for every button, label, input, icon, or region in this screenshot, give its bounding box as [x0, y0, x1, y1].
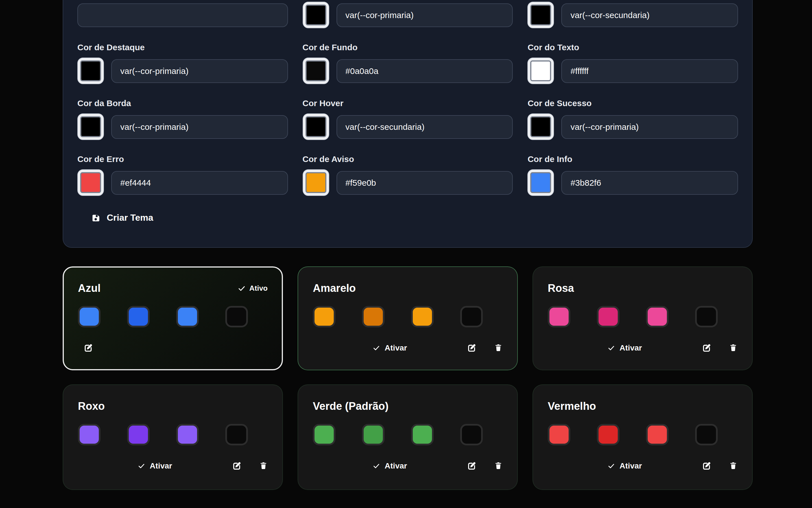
color-picker-swatch[interactable] — [302, 169, 329, 196]
activate-theme-button[interactable]: Ativar — [548, 461, 702, 470]
field-label: Cor de Aviso — [302, 155, 513, 164]
create-theme-button[interactable]: Criar Tema — [91, 213, 153, 223]
theme-card-verde-padrao[interactable]: Verde (Padrão) Ativar — [297, 384, 518, 490]
theme-color-swatch-fundo — [225, 424, 248, 446]
field-label: Cor Hover — [302, 99, 513, 108]
trash-icon — [729, 461, 737, 470]
theme-color-swatch-primaria — [78, 424, 100, 446]
color-value-input[interactable] — [336, 115, 513, 138]
color-picker-fill — [530, 4, 552, 26]
theme-card-vermelho[interactable]: Vermelho Ativar — [532, 384, 753, 490]
delete-theme-button[interactable] — [729, 343, 737, 352]
color-picker-swatch[interactable] — [302, 2, 329, 28]
check-icon — [373, 344, 380, 351]
field-row — [528, 57, 738, 84]
color-value-input[interactable] — [562, 171, 738, 195]
color-value-input[interactable] — [336, 59, 513, 83]
color-value-input[interactable] — [562, 115, 738, 138]
color-value-input[interactable] — [111, 59, 288, 83]
color-picker-fill — [305, 4, 326, 26]
delete-theme-button[interactable] — [494, 343, 502, 352]
color-field: Cor da Borda — [77, 84, 288, 140]
color-picker-swatch[interactable] — [528, 114, 554, 140]
theme-card-amarelo[interactable]: Amarelo Ativar — [297, 266, 518, 370]
card-header: Verde (Padrão) — [313, 399, 502, 413]
color-value-input[interactable] — [111, 115, 288, 138]
color-field: Cor de Erro — [77, 140, 288, 196]
color-value-input[interactable] — [336, 171, 513, 195]
check-icon — [373, 462, 380, 469]
field-label: Cor da Borda — [77, 99, 288, 108]
color-picker-swatch[interactable] — [302, 114, 329, 140]
color-picker-swatch[interactable] — [77, 57, 104, 84]
edit-icon — [467, 461, 477, 470]
theme-card-roxo[interactable]: Roxo Ativar — [63, 384, 283, 490]
color-picker-swatch[interactable] — [77, 169, 104, 196]
field-label: Cor de Info — [528, 155, 738, 164]
color-picker-swatch[interactable] — [528, 2, 554, 28]
edit-icon — [702, 343, 712, 352]
color-picker-swatch[interactable] — [528, 169, 554, 196]
color-field: Cor do Texto — [528, 28, 738, 84]
card-footer: Ativar — [313, 460, 502, 471]
color-picker-fill — [305, 116, 326, 137]
color-picker-fill — [80, 60, 101, 81]
theme-settings-page: Cor de Destaque Cor de Fundo Cor do Text… — [0, 0, 812, 508]
color-picker-fill — [80, 116, 101, 137]
theme-name-input[interactable] — [77, 3, 288, 27]
theme-title: Amarelo — [313, 282, 356, 295]
edit-theme-button[interactable] — [702, 343, 712, 352]
card-footer: Ativar — [548, 342, 737, 353]
activate-theme-button[interactable]: Ativar — [313, 343, 467, 352]
color-field: Cor de Sucesso — [528, 84, 738, 140]
active-badge-label: Ativo — [249, 284, 268, 292]
theme-swatch-row — [548, 306, 737, 327]
theme-color-swatch-secundaria — [597, 424, 619, 446]
delete-theme-button[interactable] — [259, 461, 268, 470]
edit-theme-button[interactable] — [232, 461, 242, 470]
field-row — [528, 169, 738, 196]
color-value-input[interactable] — [336, 3, 513, 27]
field-row — [302, 2, 513, 28]
activate-theme-button[interactable]: Ativar — [548, 343, 702, 352]
edit-theme-button[interactable] — [84, 343, 93, 352]
create-theme-label: Criar Tema — [107, 213, 153, 223]
theme-color-swatch-primaria — [313, 424, 335, 446]
card-header: Rosa — [548, 282, 737, 295]
activate-theme-button[interactable]: Ativar — [313, 461, 467, 470]
color-field — [77, 2, 288, 28]
theme-title: Roxo — [78, 399, 105, 413]
delete-theme-button[interactable] — [729, 461, 737, 470]
theme-color-swatch-fundo — [460, 424, 483, 446]
activate-theme-button[interactable]: Ativar — [78, 461, 232, 470]
check-icon — [608, 462, 615, 469]
field-row — [77, 169, 288, 196]
color-field — [302, 2, 513, 28]
edit-theme-button[interactable] — [702, 461, 712, 470]
color-value-input[interactable] — [562, 59, 738, 83]
delete-theme-button[interactable] — [494, 461, 502, 470]
theme-color-swatch-secundaria — [127, 306, 150, 327]
theme-color-swatch-primaria — [313, 306, 335, 327]
color-picker-swatch[interactable] — [77, 114, 104, 140]
theme-title: Rosa — [548, 282, 574, 295]
field-row — [302, 169, 513, 196]
field-row — [302, 114, 513, 140]
theme-swatch-row — [78, 306, 268, 327]
color-value-input[interactable] — [562, 3, 738, 27]
color-picker-swatch[interactable] — [528, 57, 554, 84]
edit-icon — [232, 461, 242, 470]
save-icon — [91, 213, 100, 223]
edit-theme-button[interactable] — [467, 461, 477, 470]
theme-card-azul[interactable]: Azul Ativo — [63, 266, 283, 370]
color-picker-fill — [530, 172, 552, 193]
color-value-input[interactable] — [111, 171, 288, 195]
theme-color-swatch-destaque — [646, 306, 668, 327]
theme-card-rosa[interactable]: Rosa Ativar — [532, 266, 753, 370]
field-label: Cor de Destaque — [77, 43, 288, 52]
activate-label: Ativar — [619, 343, 642, 352]
card-header: Vermelho — [548, 399, 737, 413]
edit-theme-button[interactable] — [467, 343, 477, 352]
color-picker-swatch[interactable] — [302, 57, 329, 84]
check-icon — [608, 344, 615, 351]
